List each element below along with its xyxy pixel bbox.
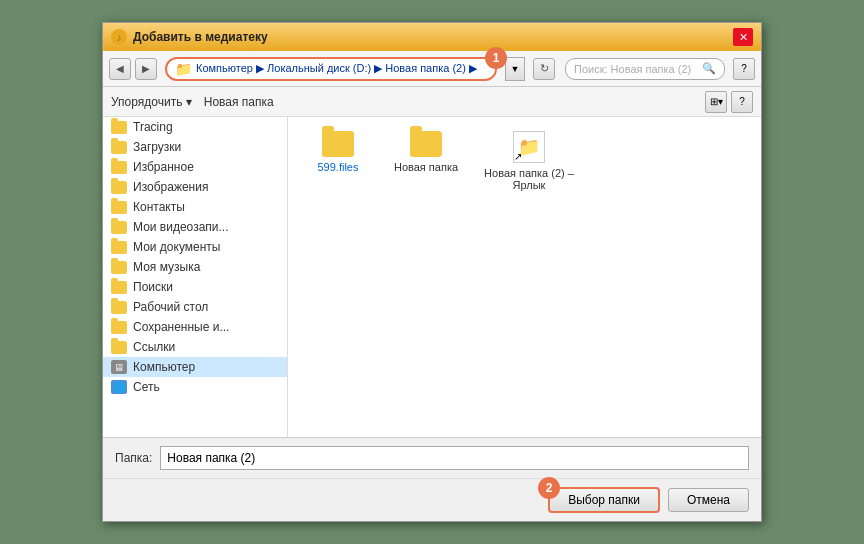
app-icon: ♪: [111, 29, 127, 45]
view-toggle-button[interactable]: ⊞▾: [705, 91, 727, 113]
breadcrumb-text: Компьютер ▶ Локальный диск (D:) ▶ Новая …: [196, 62, 477, 75]
search-icon[interactable]: 🔍: [702, 62, 716, 75]
sidebar-item-images[interactable]: Изображения: [103, 177, 287, 197]
sidebar-item-favorites[interactable]: Избранное: [103, 157, 287, 177]
nav-bar: ◀ ▶ 📁 Компьютер ▶ Локальный диск (D:) ▶ …: [103, 51, 761, 87]
sidebar-item-links[interactable]: Ссылки: [103, 337, 287, 357]
file-item-shortcut[interactable]: 📁 ↗ Новая папка (2) – Ярлык: [474, 127, 584, 195]
sidebar-item-label: Tracing: [133, 120, 173, 134]
action-buttons: 2 Выбор папки Отмена: [103, 478, 761, 521]
refresh-button[interactable]: ↻: [533, 58, 555, 80]
search-bar[interactable]: Поиск: Новая папка (2) 🔍: [565, 58, 725, 80]
folder-icon: [111, 241, 127, 254]
main-content: Tracing Загрузки Избранное Изображения К…: [103, 117, 761, 437]
help-button[interactable]: ?: [733, 58, 755, 80]
bottom-bar: Папка:: [103, 437, 761, 478]
sidebar-item-contacts[interactable]: Контакты: [103, 197, 287, 217]
help-toolbar-button[interactable]: ?: [731, 91, 753, 113]
folder-icon: [111, 281, 127, 294]
select-button-wrapper: 2 Выбор папки: [548, 487, 660, 513]
folder-icon: [111, 121, 127, 134]
sidebar-item-computer[interactable]: 🖥 Компьютер: [103, 357, 287, 377]
sidebar-item-label: Сеть: [133, 380, 160, 394]
network-icon: 🌐: [111, 380, 127, 394]
file-area: 599.files Новая папка 📁 ↗ Новая папка (2…: [288, 117, 761, 437]
computer-icon: 🖥: [111, 360, 127, 374]
folder-icon: [111, 181, 127, 194]
sidebar-item-network[interactable]: 🌐 Сеть: [103, 377, 287, 397]
folder-label: Папка:: [115, 451, 152, 465]
new-folder-button[interactable]: Новая папка: [204, 95, 274, 109]
sidebar-item-label: Ссылки: [133, 340, 175, 354]
file-label: 599.files: [318, 161, 359, 173]
folder-icon: [111, 141, 127, 154]
sidebar-item-label: Мои документы: [133, 240, 220, 254]
breadcrumb-number-badge: 1: [485, 47, 507, 69]
sidebar: Tracing Загрузки Избранное Изображения К…: [103, 117, 288, 437]
toolbar-right: ⊞▾ ?: [705, 91, 753, 113]
sidebar-item-label: Изображения: [133, 180, 208, 194]
breadcrumb-bar[interactable]: 📁 Компьютер ▶ Локальный диск (D:) ▶ Нова…: [165, 57, 497, 81]
dialog-title: Добавить в медиатеку: [133, 30, 268, 44]
sidebar-item-tracing[interactable]: Tracing: [103, 117, 287, 137]
file-label: Новая папка: [394, 161, 458, 173]
folder-large-icon: [322, 131, 354, 157]
sidebar-item-label: Компьютер: [133, 360, 195, 374]
select-number-badge: 2: [538, 477, 560, 499]
folder-icon: [111, 321, 127, 334]
select-folder-button[interactable]: Выбор папки: [548, 487, 660, 513]
sidebar-item-label: Моя музыка: [133, 260, 200, 274]
folder-input[interactable]: [160, 446, 749, 470]
forward-button[interactable]: ▶: [135, 58, 157, 80]
dialog-window: ♪ Добавить в медиатеку ✕ ◀ ▶ 📁 Компьютер…: [102, 22, 762, 522]
toolbar-left: Упорядочить ▾ Новая папка: [111, 95, 274, 109]
sidebar-item-label: Загрузки: [133, 140, 181, 154]
file-item-599files[interactable]: 599.files: [298, 127, 378, 195]
file-label: Новая папка (2) – Ярлык: [478, 167, 580, 191]
back-button[interactable]: ◀: [109, 58, 131, 80]
title-bar-left: ♪ Добавить в медиатеку: [111, 29, 268, 45]
sidebar-item-searches[interactable]: Поиски: [103, 277, 287, 297]
close-button[interactable]: ✕: [733, 28, 753, 46]
sidebar-item-music[interactable]: Моя музыка: [103, 257, 287, 277]
search-placeholder: Поиск: Новая папка (2): [574, 63, 691, 75]
shortcut-icon: 📁 ↗: [513, 131, 545, 163]
sidebar-item-label: Рабочий стол: [133, 300, 208, 314]
folder-icon: [111, 221, 127, 234]
organize-button[interactable]: Упорядочить ▾: [111, 95, 192, 109]
folder-icon: [111, 161, 127, 174]
sidebar-item-downloads[interactable]: Загрузки: [103, 137, 287, 157]
folder-icon: [111, 261, 127, 274]
title-bar: ♪ Добавить в медиатеку ✕: [103, 23, 761, 51]
sidebar-item-documents[interactable]: Мои документы: [103, 237, 287, 257]
folder-large-icon: [410, 131, 442, 157]
toolbar: Упорядочить ▾ Новая папка ⊞▾ ?: [103, 87, 761, 117]
sidebar-item-label: Поиски: [133, 280, 173, 294]
breadcrumb-dropdown[interactable]: ▼: [505, 57, 525, 81]
sidebar-item-label: Избранное: [133, 160, 194, 174]
folder-icon: [111, 201, 127, 214]
folder-icon: [111, 301, 127, 314]
sidebar-item-saved[interactable]: Сохраненные и...: [103, 317, 287, 337]
folder-icon: [111, 341, 127, 354]
cancel-button[interactable]: Отмена: [668, 488, 749, 512]
sidebar-item-label: Контакты: [133, 200, 185, 214]
sidebar-item-label: Сохраненные и...: [133, 320, 229, 334]
sidebar-item-videos[interactable]: Мои видеозапи...: [103, 217, 287, 237]
sidebar-item-desktop[interactable]: Рабочий стол: [103, 297, 287, 317]
sidebar-item-label: Мои видеозапи...: [133, 220, 229, 234]
file-item-novayapapka[interactable]: Новая папка: [386, 127, 466, 195]
